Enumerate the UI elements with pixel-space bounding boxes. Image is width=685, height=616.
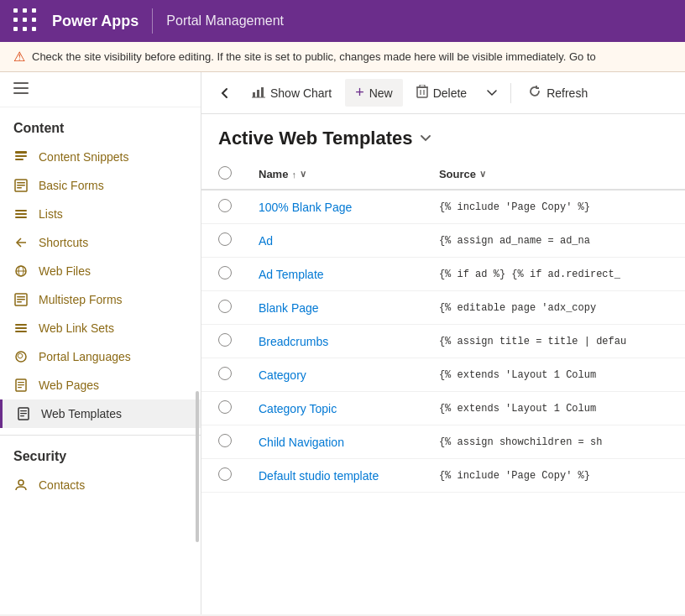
row-name-cell: 100% Blank Page: [242, 190, 422, 224]
back-button[interactable]: [212, 80, 238, 107]
warning-bar: ⚠ Check the site visibility before editi…: [0, 42, 685, 72]
svg-rect-11: [15, 213, 27, 215]
svg-rect-17: [17, 296, 25, 298]
table-row: 100% Blank Page {% include 'Page Copy' %…: [201, 190, 685, 224]
sidebar-item-label: Contacts: [39, 478, 85, 492]
row-name-cell: Default studio template: [242, 459, 422, 493]
row-select-cell: [201, 459, 242, 493]
sidebar-item-label: Web Link Sets: [39, 321, 114, 335]
warning-text: Check the site visibility before editing…: [32, 50, 596, 63]
row-name-cell: Blank Page: [242, 291, 422, 325]
hamburger-button[interactable]: [0, 72, 201, 107]
web-files-icon: [13, 264, 29, 279]
row-checkbox[interactable]: [218, 199, 232, 212]
app-grid-icon[interactable]: [13, 8, 39, 34]
row-name-link[interactable]: Child Navigation: [259, 436, 344, 449]
refresh-button[interactable]: Refresh: [518, 80, 598, 106]
svg-rect-3: [15, 151, 27, 154]
more-actions-button[interactable]: [480, 81, 504, 105]
sort-asc-icon: ↑: [291, 170, 296, 180]
select-all-checkbox[interactable]: [218, 166, 232, 180]
delete-label: Delete: [433, 86, 467, 100]
svg-rect-27: [18, 387, 22, 388]
table-row: Breadcrumbs {% assign title = title | de…: [201, 325, 685, 358]
source-column-header[interactable]: Source ∨: [422, 159, 685, 190]
sidebar-item-web-link-sets[interactable]: Web Link Sets: [0, 314, 201, 342]
row-source-cell: {% extends 'Layout 1 Colum: [422, 358, 685, 392]
sidebar-item-multistep-forms[interactable]: Multistep Forms: [0, 285, 201, 314]
row-name-link[interactable]: Breadcrumbs: [259, 335, 328, 348]
toolbar-separator: [510, 83, 511, 103]
table-row: Category {% extends 'Layout 1 Colum: [201, 358, 685, 392]
table-area: Active Web Templates Name ↑: [201, 114, 685, 614]
row-name-link[interactable]: 100% Blank Page: [259, 201, 352, 214]
lists-icon: [13, 206, 29, 222]
sidebar-item-lists[interactable]: Lists: [0, 200, 201, 228]
nav-divider: [152, 8, 153, 34]
svg-rect-30: [20, 413, 27, 414]
svg-rect-25: [18, 382, 24, 383]
table-row: Default studio template {% include 'Page…: [201, 459, 685, 493]
name-column-header[interactable]: Name ↑ ∨: [242, 159, 422, 190]
sidebar-item-shortcuts[interactable]: Shortcuts: [0, 228, 201, 257]
row-name-cell: Category: [242, 358, 422, 392]
row-checkbox[interactable]: [218, 232, 232, 246]
svg-rect-0: [13, 82, 29, 84]
row-name-link[interactable]: Default studio template: [259, 469, 379, 483]
svg-rect-22: [15, 331, 27, 332]
row-checkbox[interactable]: [218, 367, 232, 380]
row-name-link[interactable]: Category: [259, 368, 306, 382]
row-source-cell: {% assign showchildren = sh: [422, 425, 685, 459]
svg-rect-33: [253, 92, 255, 97]
sidebar-item-web-pages[interactable]: Web Pages: [0, 371, 201, 399]
row-name-cell: Category Topic: [242, 392, 422, 425]
row-checkbox[interactable]: [218, 434, 232, 447]
new-icon: +: [355, 84, 364, 102]
sort-toggle-icon[interactable]: ∨: [300, 169, 306, 180]
row-checkbox[interactable]: [218, 266, 232, 279]
new-label: New: [369, 86, 393, 100]
svg-rect-12: [15, 217, 27, 218]
sidebar-item-portal-languages[interactable]: Portal Languages: [0, 342, 201, 371]
content-section-title: Content: [0, 107, 201, 143]
row-name-cell: Ad Template: [242, 258, 422, 291]
row-checkbox[interactable]: [218, 400, 232, 414]
row-source-cell: {% assign title = title | defau: [422, 325, 685, 358]
show-chart-button[interactable]: Show Chart: [242, 80, 342, 106]
sidebar-item-contacts[interactable]: Contacts: [0, 471, 201, 499]
row-select-cell: [201, 358, 242, 392]
refresh-label: Refresh: [546, 86, 588, 100]
svg-rect-9: [17, 187, 22, 189]
sidebar-item-basic-forms[interactable]: Basic Forms: [0, 171, 201, 200]
sidebar-item-web-templates[interactable]: Web Templates: [0, 399, 201, 428]
sidebar-item-label: Shortcuts: [39, 236, 88, 249]
svg-rect-10: [15, 210, 27, 211]
refresh-icon: [528, 85, 541, 101]
shortcuts-icon: [13, 235, 29, 250]
source-header-label: Source: [439, 168, 476, 180]
row-checkbox[interactable]: [218, 467, 232, 481]
row-name-link[interactable]: Ad Template: [259, 268, 324, 281]
new-button[interactable]: + New: [345, 79, 403, 107]
data-table: Name ↑ ∨ Source ∨: [201, 159, 685, 493]
table-title-chevron[interactable]: [419, 131, 432, 147]
svg-rect-4: [15, 155, 27, 157]
sidebar-item-web-files[interactable]: Web Files: [0, 257, 201, 285]
row-checkbox[interactable]: [218, 333, 232, 347]
web-pages-icon: [13, 378, 29, 393]
svg-rect-21: [15, 327, 27, 329]
sidebar-scrollbar[interactable]: [196, 391, 199, 542]
row-checkbox[interactable]: [218, 300, 232, 313]
sidebar-item-content-snippets[interactable]: Content Snippets: [0, 143, 201, 171]
row-name-link[interactable]: Category Topic: [259, 402, 337, 415]
portal-languages-icon: [13, 349, 29, 364]
table-row: Ad Template {% if ad %} {% if ad.redirec…: [201, 258, 685, 291]
row-select-cell: [201, 190, 242, 224]
row-source-cell: {% assign ad_name = ad_na: [422, 224, 685, 258]
web-link-sets-icon: [13, 321, 29, 336]
row-select-cell: [201, 425, 242, 459]
row-name-link[interactable]: Ad: [259, 234, 273, 248]
delete-button[interactable]: Delete: [406, 80, 477, 106]
row-name-link[interactable]: Blank Page: [259, 301, 319, 315]
row-select-cell: [201, 258, 242, 291]
